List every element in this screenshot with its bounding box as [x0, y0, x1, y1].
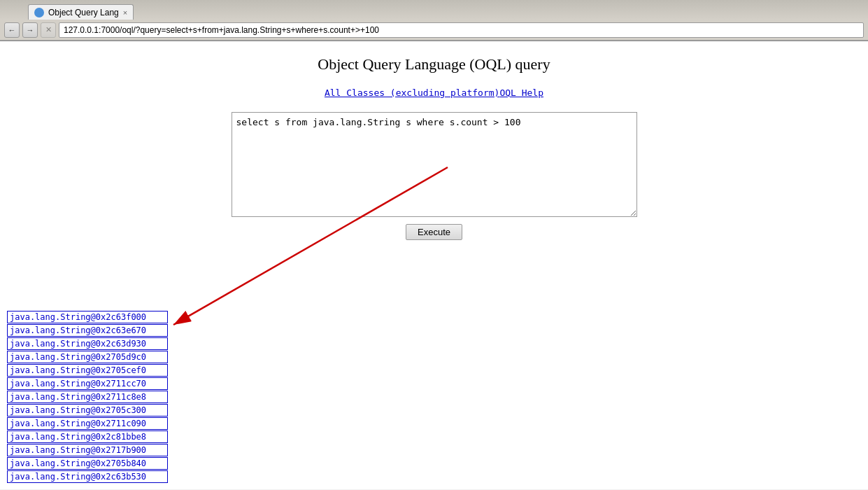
result-item[interactable]: java.lang.String@0x2705cef0	[7, 364, 168, 377]
result-item[interactable]: java.lang.String@0x2c63f000	[7, 311, 168, 323]
result-item[interactable]: java.lang.String@0x2705b840	[7, 457, 168, 470]
stop-button[interactable]: ✕	[41, 22, 56, 38]
active-tab[interactable]: Object Query Lang ×	[28, 4, 134, 20]
url-bar[interactable]	[59, 22, 864, 38]
back-button[interactable]: ←	[4, 22, 20, 38]
result-item[interactable]: java.lang.String@0x2c63d930	[7, 337, 168, 350]
forward-button[interactable]: →	[22, 22, 38, 38]
nav-bar: ← → ✕	[0, 20, 868, 41]
tab-bar: Object Query Lang ×	[0, 0, 868, 20]
query-textarea[interactable]	[232, 112, 637, 217]
result-item[interactable]: java.lang.String@0x2711c8e8	[7, 391, 168, 403]
result-item[interactable]: java.lang.String@0x2705c300	[7, 404, 168, 416]
query-section: Execute	[14, 112, 854, 240]
result-item[interactable]: java.lang.String@0x2705d9c0	[7, 351, 168, 363]
all-classes-link[interactable]: All Classes (excluding platform)	[325, 88, 499, 98]
execute-button[interactable]: Execute	[406, 224, 462, 240]
links-row: All Classes (excluding platform)OQL Help	[14, 88, 854, 98]
page-title: Object Query Language (OQL) query	[14, 55, 854, 74]
oql-help-link[interactable]: OQL Help	[499, 88, 543, 98]
result-item[interactable]: java.lang.String@0x2711c090	[7, 417, 168, 430]
result-item[interactable]: java.lang.String@0x2711cc70	[7, 377, 168, 390]
tab-close-button[interactable]: ×	[123, 8, 127, 17]
browser-chrome: Object Query Lang × ← → ✕	[0, 0, 868, 41]
results-section: java.lang.String@0x2c63f000java.lang.Str…	[7, 311, 168, 484]
tab-icon	[34, 8, 44, 18]
result-item[interactable]: java.lang.String@0x2c63b530	[7, 470, 168, 483]
result-item[interactable]: java.lang.String@0x2c63e670	[7, 324, 168, 337]
result-item[interactable]: java.lang.String@0x2717b900	[7, 444, 168, 456]
result-item[interactable]: java.lang.String@0x2c81bbe8	[7, 430, 168, 443]
page-content: Object Query Language (OQL) query All Cl…	[0, 41, 868, 489]
tab-label: Object Query Lang	[48, 8, 119, 18]
